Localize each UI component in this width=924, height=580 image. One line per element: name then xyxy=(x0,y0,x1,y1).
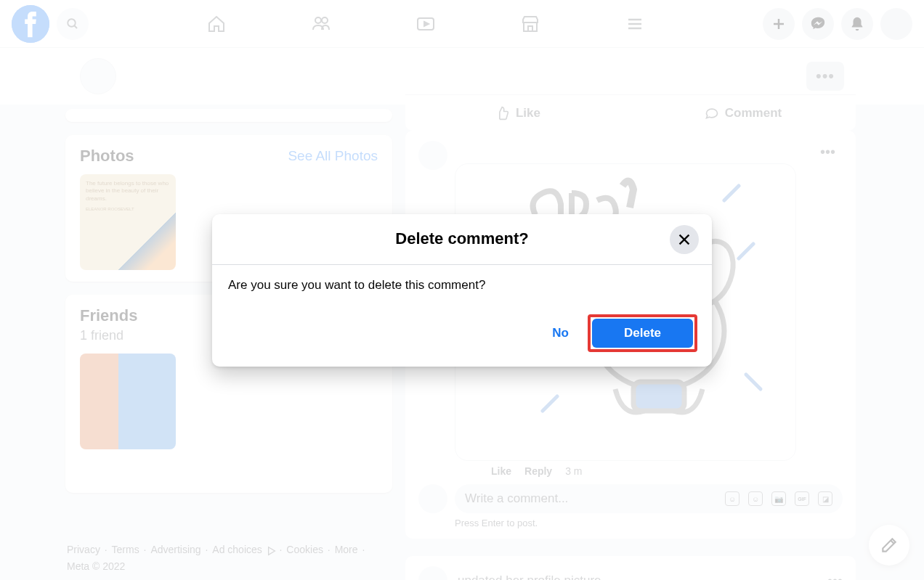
delete-button[interactable]: Delete xyxy=(592,319,693,348)
modal-header: Delete comment? xyxy=(212,214,712,265)
delete-comment-modal: Delete comment? Are you sure you want to… xyxy=(212,214,712,367)
modal-close-button[interactable] xyxy=(670,225,699,254)
modal-body-text: Are you sure you want to delete this com… xyxy=(212,265,712,306)
modal-overlay[interactable]: Delete comment? Are you sure you want to… xyxy=(0,0,924,580)
no-button[interactable]: No xyxy=(539,319,582,348)
modal-title: Delete comment? xyxy=(395,229,528,248)
delete-button-highlight: Delete xyxy=(588,314,697,352)
modal-footer: No Delete xyxy=(212,306,712,367)
